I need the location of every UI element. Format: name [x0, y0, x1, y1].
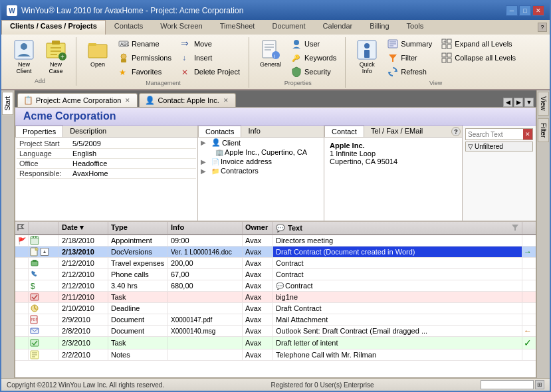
maximize-button[interactable]: □ [519, 5, 531, 16]
tree-item-apple[interactable]: 🏢 Apple Inc., Cupertino, CA [213, 147, 324, 157]
close-button[interactable]: ✕ [532, 5, 544, 16]
status-resize-btn[interactable]: ⊞ [535, 380, 544, 389]
tab-prev-btn[interactable]: ◀ [503, 98, 512, 107]
contact-help-btn[interactable]: ? [451, 127, 461, 136]
tab-calendar[interactable]: Calendar [314, 20, 362, 35]
table-row[interactable]: 2/12/2010 Phone calls 67,00 Avax Contrac… [15, 269, 536, 280]
contact-tab[interactable]: Contact [324, 126, 364, 137]
svg-rect-47 [33, 236, 34, 238]
cell-info: 200,00 [168, 258, 243, 268]
contacts-tab[interactable]: Contacts [198, 126, 241, 137]
table-row[interactable]: $ 2/12/2010 3.40 hrs 680,00 Avax 💬Contra… [15, 280, 536, 292]
tab-billing[interactable]: Billing [361, 20, 397, 35]
col-header-icons[interactable] [29, 222, 59, 234]
cell-date: 2/2/2010 [59, 349, 108, 360]
expand-all-label: Expand all Levels [455, 40, 512, 48]
doc-tab-project[interactable]: 📋 Project: Acme Corporation ✕ [17, 93, 138, 107]
tab-timesheet[interactable]: TimeSheet [211, 20, 264, 35]
project-tab-close[interactable]: ✕ [124, 96, 132, 104]
svg-point-25 [294, 40, 299, 45]
refresh-button[interactable]: Refresh [384, 65, 435, 78]
cell-owner: Avax [243, 258, 273, 268]
favorites-button[interactable]: ★ Favorites [115, 65, 175, 78]
filter-button[interactable]: Filter [384, 51, 435, 64]
open-button[interactable]: Open [83, 37, 112, 70]
col-header-flag[interactable] [15, 222, 29, 234]
tab-menu-btn[interactable]: ▼ [524, 98, 534, 107]
new-case-button[interactable]: + NewCase [41, 37, 70, 76]
rename-button[interactable]: ABC Rename [115, 37, 175, 50]
start-tab[interactable]: Start [2, 92, 13, 115]
cell-owner: Avax [243, 235, 273, 246]
description-tab[interactable]: Description [63, 126, 113, 137]
table-row[interactable]: 2/11/2010 Task Avax big1ne [15, 292, 536, 303]
minimize-button[interactable]: ─ [506, 5, 518, 16]
search-input[interactable] [466, 130, 523, 139]
tree-icon-apple: 🏢 [215, 149, 223, 156]
view-panel-tab[interactable]: View [538, 92, 549, 116]
table-row[interactable]: PDF 2/9/2010 Document X0000147.pdf Avax … [15, 314, 536, 326]
tab-tools[interactable]: Tools [398, 20, 433, 35]
tab-next-btn[interactable]: ▶ [514, 98, 523, 107]
table-row[interactable]: 2/12/2010 Travel expenses 200,00 Avax Co… [15, 258, 536, 269]
cell-type: Appointment [108, 235, 168, 246]
keywords-button[interactable]: 🔑 Keywords [288, 51, 340, 64]
tab-work-screen[interactable]: Work Screen [152, 20, 211, 35]
tab-clients-cases[interactable]: Clients / Cases / Projects [1, 20, 106, 35]
view-group-items: QuickInfo Summary Filter Refresh [352, 37, 519, 78]
favorites-icon: ★ [118, 66, 129, 77]
quick-info-button[interactable]: QuickInfo [352, 37, 382, 76]
col-header-type[interactable]: Type [108, 222, 168, 234]
table-row[interactable]: 2/2/2010 Notes Avax Telephone Call with … [15, 349, 536, 361]
table-row[interactable]: 🚩 2/18/2010 Appointment 09:00 Avax Direc… [15, 235, 536, 246]
filter-icon [387, 52, 398, 63]
tree-label-client[interactable]: Client [222, 139, 241, 147]
collapse-all-button[interactable]: - Collapse all Levels [438, 51, 519, 64]
properties-tab[interactable]: Properties [15, 126, 63, 137]
tel-fax-tab[interactable]: Tel / Fax / EMail [364, 126, 429, 137]
insert-button[interactable]: ↓ Insert [177, 51, 243, 64]
table-row[interactable]: 2/3/2010 Task Avax Draft letter of inten… [15, 337, 536, 349]
doc-tab-contact[interactable]: 👤 Contact: Apple Inc. ✕ [139, 93, 235, 107]
tree-label-contractors: Contractors [221, 167, 259, 175]
table-row[interactable]: + 2/13/2010 DocVersions Ver. 1 L0000146.… [15, 246, 536, 258]
user-button[interactable]: User [288, 37, 340, 50]
tab-contacts[interactable]: Contacts [106, 20, 152, 35]
col-header-text[interactable]: 💬 Text [273, 222, 522, 234]
tree-item-contractors[interactable]: ▶ 📁 Contractors [198, 166, 324, 175]
filter-dropdown[interactable]: ▽ Unfiltered [465, 142, 533, 151]
expand-icon[interactable]: + [41, 248, 49, 256]
cell-extra [522, 258, 536, 268]
tab-document[interactable]: Document [263, 20, 314, 35]
cell-flag [15, 292, 29, 302]
col-header-info[interactable]: Info [168, 222, 243, 234]
user-label: User [304, 40, 320, 48]
col-header-owner[interactable]: Owner [243, 222, 273, 234]
table-row[interactable]: 2/10/2010 Deadline Avax Draft Contract [15, 303, 536, 314]
cell-flag: 🚩 [15, 235, 29, 246]
cell-icons [29, 337, 59, 349]
contact-tab-close[interactable]: ✕ [222, 96, 230, 104]
contact-city: Cupertino, CA 95014 [330, 157, 457, 165]
new-client-button[interactable]: NewClient [9, 37, 39, 76]
search-clear-button[interactable]: ✕ [523, 129, 532, 140]
filter-col-btn[interactable] [511, 223, 519, 233]
cell-flag [15, 314, 29, 325]
cell-icons [29, 258, 59, 268]
delete-project-button[interactable]: ✕ Delete Project [177, 65, 243, 78]
expand-all-button[interactable]: + Expand all Levels [438, 37, 519, 50]
permissions-button[interactable]: Permissions [115, 51, 175, 64]
tree-item-invoice[interactable]: ▶ 📄 Invoice address [198, 157, 324, 166]
cell-icons: $ [29, 280, 59, 291]
table-row[interactable]: 2/8/2010 Document X0000140.msg Avax Outl… [15, 326, 536, 337]
summary-button[interactable]: Summary [384, 37, 435, 50]
ribbon-help-btn[interactable]: ? [538, 23, 547, 32]
security-button[interactable]: Security [288, 65, 340, 78]
filter-label: Filter [401, 54, 417, 62]
col-header-date[interactable]: Date ▾ [59, 222, 108, 234]
info-tab[interactable]: Info [241, 126, 267, 137]
permissions-label: Permissions [132, 54, 171, 62]
filter-panel-tab[interactable]: Filter [538, 118, 549, 142]
move-button[interactable]: ⇒ Move [177, 37, 243, 50]
general-button[interactable]: i General [256, 37, 285, 70]
